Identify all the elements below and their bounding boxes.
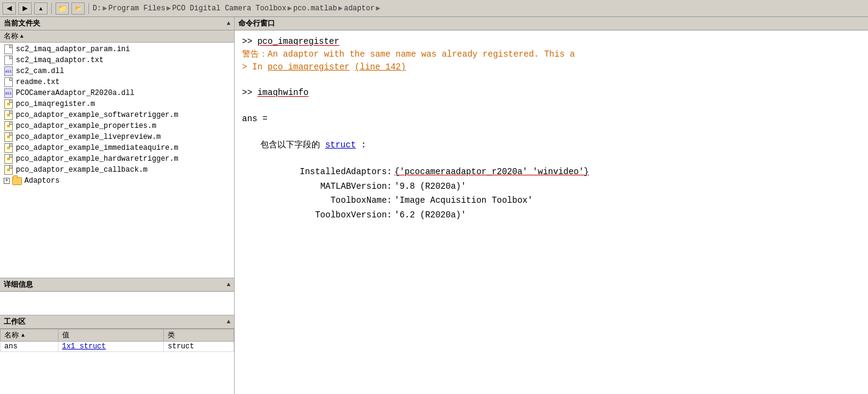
warning-text: 警告：An adaptor with the same name was alr…: [242, 49, 575, 59]
breadcrumb-item: Program Files: [108, 4, 166, 13]
list-item[interactable]: m pco_adaptor_example_livepreview.m: [0, 132, 234, 142]
breadcrumb-sep: ▶: [288, 4, 292, 13]
warning-line: 警告：An adaptor with the same name was alr…: [242, 48, 861, 61]
ws-col-type-header[interactable]: 类: [164, 329, 234, 342]
file-name: pco_imaqregister.m: [16, 100, 95, 108]
link-line: > In pco_imaqregister (line 142): [242, 61, 861, 74]
list-item[interactable]: sc2_imaq_adaptor_param.ini: [0, 44, 234, 55]
list-item[interactable]: + Adaptors: [0, 175, 234, 186]
cmd-command-1[interactable]: pco_imaqregister: [257, 37, 339, 46]
detail-panel: 详细信息 ▲: [0, 278, 234, 315]
file-name: PCOCameraAdaptor_R2020a.dll: [16, 89, 134, 97]
file-icon: m: [4, 132, 13, 142]
link-func[interactable]: pco_imaqregister: [268, 62, 349, 72]
list-item[interactable]: sc2_imaq_adaptor.txt: [0, 55, 234, 66]
file-name: pco_adaptor_example_hardwaretrigger.m: [16, 155, 178, 163]
back-button[interactable]: ◀: [2, 2, 16, 15]
breadcrumb-sep: ▶: [166, 4, 171, 13]
struct-suffix-text: :: [361, 140, 366, 150]
main-layout: 当前文件夹 ▲ 名称 ▲ sc2_imaq_adaptor_param.ini …: [0, 17, 868, 394]
separator: [51, 3, 52, 14]
file-icon: dll: [4, 88, 13, 98]
ws-col-name-header[interactable]: 名称 ▲: [1, 329, 59, 342]
col-name-sort-icon: ▲: [20, 33, 23, 40]
toolbar: ◀ ▶ ▲ 📁 📂 D: ▶ Program Files ▶ PCO Digit…: [0, 0, 868, 17]
breadcrumb-item: PCO Digital Camera Toolbox: [173, 4, 286, 13]
file-icon: m: [4, 165, 13, 175]
file-icon: dll: [4, 66, 13, 76]
list-item[interactable]: readme.txt: [0, 77, 234, 88]
field-toolboxname-value: 'Image Acquisition Toolbox': [394, 194, 533, 208]
ws-col-value-header[interactable]: 值: [58, 329, 164, 342]
field-matlab-name: MATLABVersion:: [260, 180, 394, 194]
folder-name: Adaptors: [24, 177, 60, 185]
ans-line: ans =: [242, 112, 861, 125]
file-name: pco_adaptor_example_callback.m: [16, 166, 148, 174]
file-icon: m: [4, 143, 13, 153]
blank-line: [242, 74, 861, 86]
sort-arrow-icon: ▲: [21, 332, 24, 339]
prompt-symbol: >>: [242, 37, 257, 46]
breadcrumb-sep: ▶: [338, 4, 343, 13]
workspace-table: 名称 ▲ 值 类 ans 1x1 struct struct: [0, 329, 234, 352]
file-name: pco_adaptor_example_softwaretrigger.m: [16, 111, 178, 119]
cmd-window-title: 命令行窗口: [238, 18, 275, 29]
file-name: readme.txt: [16, 78, 60, 86]
struct-prefix-text: 包含以下字段的: [260, 140, 320, 150]
prompt-symbol-2: >>: [242, 88, 257, 97]
struct-link[interactable]: struct: [325, 140, 355, 150]
right-panel: 命令行窗口 >> pco_imaqregister 警告：An adaptor …: [235, 17, 868, 394]
breadcrumb-sep: ▶: [102, 4, 107, 13]
workspace-title: 工作区: [4, 317, 26, 327]
list-item[interactable]: m pco_imaqregister.m: [0, 99, 234, 110]
breadcrumb-sep: ▶: [376, 4, 380, 13]
field-toolboxver-name: ToolboxVersion:: [260, 208, 394, 223]
ws-var-name: ans: [1, 342, 59, 352]
col-name-label: 名称: [4, 31, 18, 41]
bottom-left-panels: 详细信息 ▲ 工作区 ▲ 名称 ▲: [0, 278, 234, 394]
breadcrumb-item: adaptor: [344, 4, 374, 13]
list-item[interactable]: m pco_adaptor_example_hardwaretrigger.m: [0, 153, 234, 164]
folder-expand-icon[interactable]: +: [4, 178, 10, 184]
file-browser-collapse[interactable]: ▲: [227, 20, 230, 27]
struct-header-line: 包含以下字段的 struct :: [260, 138, 861, 152]
list-item[interactable]: dll PCOCameraAdaptor_R2020a.dll: [0, 88, 234, 99]
file-icon: [4, 55, 13, 65]
file-name: sc2_imaq_adaptor_param.ini: [16, 45, 130, 54]
workspace-header: 工作区 ▲: [0, 315, 234, 329]
workspace-collapse-btn[interactable]: ▲: [227, 318, 230, 325]
breadcrumb-item: D:: [93, 4, 101, 13]
cmd-command-2[interactable]: imaqhwinfo: [257, 88, 308, 97]
file-browser-title: 当前文件夹: [4, 18, 40, 29]
separator2: [88, 3, 89, 14]
new-folder-button[interactable]: 📂: [71, 2, 85, 15]
cmd-content[interactable]: >> pco_imaqregister 警告：An adaptor with t…: [235, 30, 868, 394]
file-icon: [4, 44, 13, 54]
forward-button[interactable]: ▶: [18, 2, 32, 15]
link-prefix: > In: [242, 62, 263, 72]
blank-line-3: [242, 125, 861, 138]
up-button[interactable]: ▲: [34, 2, 48, 15]
cmd-prompt-1: >> pco_imaqregister: [242, 35, 861, 48]
detail-collapse-btn[interactable]: ▲: [227, 281, 230, 288]
file-name: pco_adaptor_example_properties.m: [16, 122, 156, 130]
list-item[interactable]: m pco_adaptor_example_properties.m: [0, 121, 234, 132]
left-panel: 当前文件夹 ▲ 名称 ▲ sc2_imaq_adaptor_param.ini …: [0, 17, 235, 394]
list-item[interactable]: m pco_adaptor_example_callback.m: [0, 164, 234, 175]
ws-var-value[interactable]: 1x1 struct: [58, 342, 164, 352]
field-block: InstalledAdaptors: {'pcocameraadaptor_r2…: [260, 165, 861, 223]
field-row-matlab: MATLABVersion: '9.8 (R2020a)': [260, 180, 861, 194]
list-item[interactable]: dll sc2_cam.dll: [0, 66, 234, 77]
ws-var-type: struct: [164, 342, 234, 352]
file-name: sc2_imaq_adaptor.txt: [16, 56, 104, 65]
breadcrumb-item: pco.matlab: [293, 4, 337, 13]
list-item[interactable]: m pco_adaptor_example_softwaretrigger.m: [0, 110, 234, 121]
file-browser-header: 当前文件夹 ▲: [0, 17, 234, 30]
folder-button[interactable]: 📁: [55, 2, 69, 15]
list-item[interactable]: m pco_adaptor_example_immediateaquire.m: [0, 142, 234, 153]
link-line-num[interactable]: (line 142): [355, 62, 406, 72]
blank-line-2: [242, 99, 861, 112]
file-icon: [4, 77, 13, 87]
cmd-window-header: 命令行窗口: [235, 17, 868, 30]
file-name: pco_adaptor_example_livepreview.m: [16, 133, 161, 141]
